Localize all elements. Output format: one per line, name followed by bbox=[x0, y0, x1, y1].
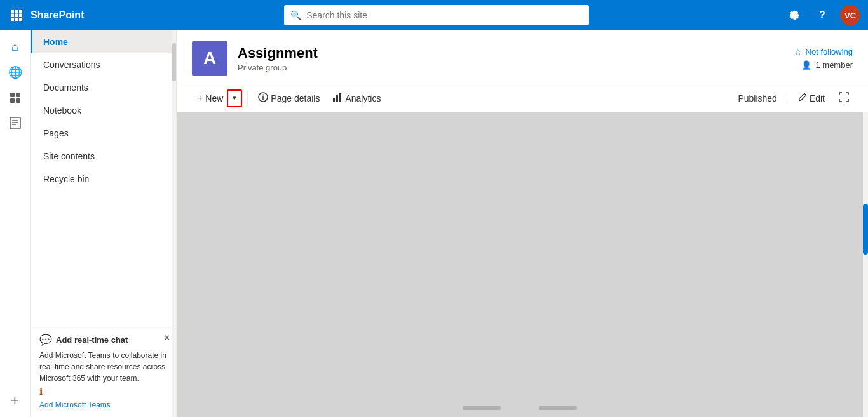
panel-title: 💬 Add real-time chat bbox=[39, 334, 167, 346]
svg-rect-7 bbox=[15, 18, 18, 21]
home-rail-icon[interactable]: ⌂ bbox=[4, 36, 27, 58]
new-dropdown-button[interactable]: ▾ bbox=[227, 89, 242, 107]
site-header-left: A Assignment Private group bbox=[192, 41, 318, 76]
sidebar-scroll-thumb bbox=[172, 43, 176, 81]
topbar: SharePoint 🔍 ? VC bbox=[0, 0, 868, 30]
page-details-icon bbox=[258, 92, 268, 104]
fullscreen-button[interactable] bbox=[835, 89, 853, 107]
svg-rect-20 bbox=[333, 98, 335, 102]
svg-rect-0 bbox=[11, 10, 14, 13]
following-button[interactable]: ☆ Not following bbox=[794, 47, 853, 56]
chevron-down-icon: ▾ bbox=[233, 94, 236, 102]
site-logo: A bbox=[192, 41, 227, 76]
edit-label: Edit bbox=[810, 93, 825, 103]
content-scrollbar[interactable] bbox=[863, 112, 868, 417]
svg-rect-9 bbox=[10, 93, 15, 97]
toolbar-right: Published Edit bbox=[738, 89, 853, 107]
content-scroll-thumb bbox=[863, 204, 868, 255]
member-count: 👤 1 member bbox=[801, 60, 853, 70]
sidebar-item-recycle-bin[interactable]: Recycle bin bbox=[31, 168, 176, 190]
svg-rect-22 bbox=[339, 93, 341, 102]
apps-rail-icon[interactable] bbox=[4, 86, 27, 109]
teams-icon: 💬 bbox=[39, 334, 52, 346]
search-input[interactable] bbox=[306, 10, 583, 20]
page-thumb-2 bbox=[539, 406, 577, 410]
main-layout: ⌂ 🌐 + Home Conversations Documents Noteb… bbox=[0, 30, 868, 417]
svg-rect-10 bbox=[16, 93, 20, 97]
add-teams-link[interactable]: Add Microsoft Teams bbox=[39, 400, 167, 409]
svg-rect-11 bbox=[10, 98, 15, 103]
star-icon: ☆ bbox=[794, 47, 802, 56]
sidebar-item-notebook[interactable]: Notebook bbox=[31, 99, 176, 122]
plus-icon: + bbox=[197, 93, 203, 104]
svg-point-19 bbox=[262, 95, 264, 96]
toolbar: + New ▾ Page details bbox=[177, 84, 868, 112]
svg-rect-2 bbox=[19, 10, 22, 13]
add-rail-icon[interactable]: + bbox=[4, 389, 27, 412]
svg-rect-1 bbox=[15, 10, 18, 13]
panel-body: Add Microsoft Teams to collaborate in re… bbox=[39, 350, 167, 384]
toolbar-separator-2 bbox=[785, 92, 785, 105]
sidebar: Home Conversations Documents Notebook Pa… bbox=[31, 30, 177, 417]
edit-icon bbox=[798, 93, 807, 103]
sidebar-item-documents[interactable]: Documents bbox=[31, 76, 176, 99]
new-button-wrapper: + New ▾ bbox=[192, 89, 242, 107]
page-details-label: Page details bbox=[271, 93, 320, 103]
page-content bbox=[177, 112, 868, 417]
svg-rect-6 bbox=[11, 18, 14, 21]
site-title: Assignment bbox=[238, 45, 318, 62]
svg-rect-12 bbox=[16, 98, 20, 103]
page-details-button[interactable]: Page details bbox=[253, 89, 325, 107]
page-rail-icon[interactable] bbox=[4, 112, 27, 135]
svg-rect-8 bbox=[19, 18, 22, 21]
panel-close-button[interactable]: × bbox=[165, 333, 170, 343]
member-icon: 👤 bbox=[801, 60, 811, 70]
search-bar[interactable]: 🔍 bbox=[284, 5, 589, 25]
info-icon[interactable]: ℹ bbox=[39, 387, 43, 397]
svg-rect-21 bbox=[336, 95, 338, 102]
following-label: Not following bbox=[806, 47, 853, 56]
published-label: Published bbox=[738, 93, 777, 103]
svg-rect-4 bbox=[15, 14, 18, 17]
page-bottom bbox=[177, 399, 863, 417]
site-header-right: ☆ Not following 👤 1 member bbox=[794, 47, 853, 70]
fullscreen-icon bbox=[839, 92, 849, 105]
left-rail: ⌂ 🌐 + bbox=[0, 30, 31, 417]
topbar-right: ? VC bbox=[784, 5, 860, 25]
help-icon[interactable]: ? bbox=[812, 5, 832, 25]
global-rail-icon[interactable]: 🌐 bbox=[4, 61, 27, 84]
waffle-icon[interactable] bbox=[8, 6, 25, 24]
toolbar-separator-1 bbox=[247, 92, 248, 105]
svg-rect-5 bbox=[19, 14, 22, 17]
app-logo[interactable]: SharePoint bbox=[31, 10, 84, 21]
sidebar-nav: Home Conversations Documents Notebook Pa… bbox=[31, 30, 176, 326]
page-thumb-1 bbox=[463, 406, 501, 410]
svg-rect-3 bbox=[11, 14, 14, 17]
sidebar-panel: × 💬 Add real-time chat Add Microsoft Tea… bbox=[31, 326, 176, 417]
new-label: New bbox=[205, 93, 223, 103]
analytics-button[interactable]: Analytics bbox=[327, 89, 386, 107]
site-header: A Assignment Private group ☆ Not followi… bbox=[177, 30, 868, 84]
sidebar-item-home[interactable]: Home bbox=[31, 30, 176, 53]
site-info: Assignment Private group bbox=[238, 45, 318, 72]
analytics-icon bbox=[332, 92, 342, 104]
avatar[interactable]: VC bbox=[840, 5, 860, 25]
edit-button[interactable]: Edit bbox=[793, 90, 830, 106]
new-button[interactable]: + New bbox=[192, 90, 227, 107]
content-area: A Assignment Private group ☆ Not followi… bbox=[177, 30, 868, 417]
member-count-text: 1 member bbox=[815, 60, 853, 70]
settings-icon[interactable] bbox=[784, 5, 804, 25]
sidebar-item-pages[interactable]: Pages bbox=[31, 122, 176, 145]
analytics-label: Analytics bbox=[345, 93, 381, 103]
search-icon: 🔍 bbox=[290, 10, 301, 20]
svg-rect-13 bbox=[10, 117, 20, 129]
sidebar-item-site-contents[interactable]: Site contents bbox=[31, 145, 176, 168]
site-subtitle: Private group bbox=[238, 63, 318, 72]
sidebar-item-conversations[interactable]: Conversations bbox=[31, 53, 176, 76]
